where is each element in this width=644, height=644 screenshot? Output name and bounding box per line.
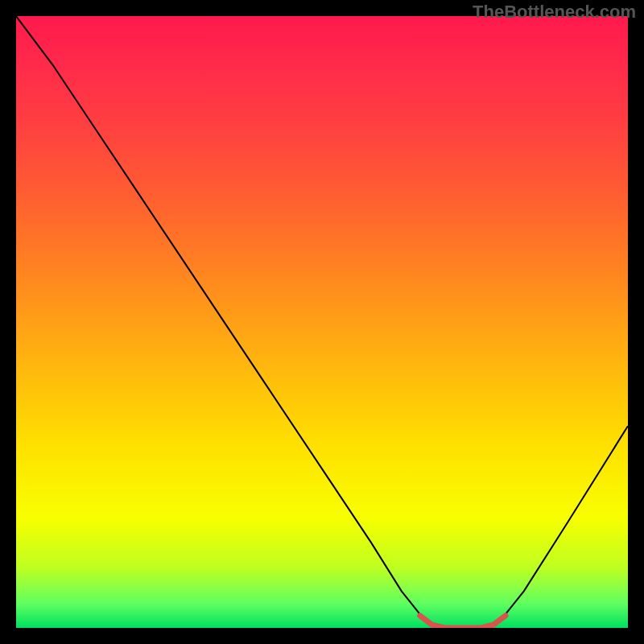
watermark-text: TheBottleneck.com	[473, 2, 636, 23]
plot-area	[16, 16, 628, 628]
curve-svg	[16, 16, 628, 628]
bottleneck-curve	[16, 16, 628, 628]
optimal-marker	[420, 616, 506, 628]
